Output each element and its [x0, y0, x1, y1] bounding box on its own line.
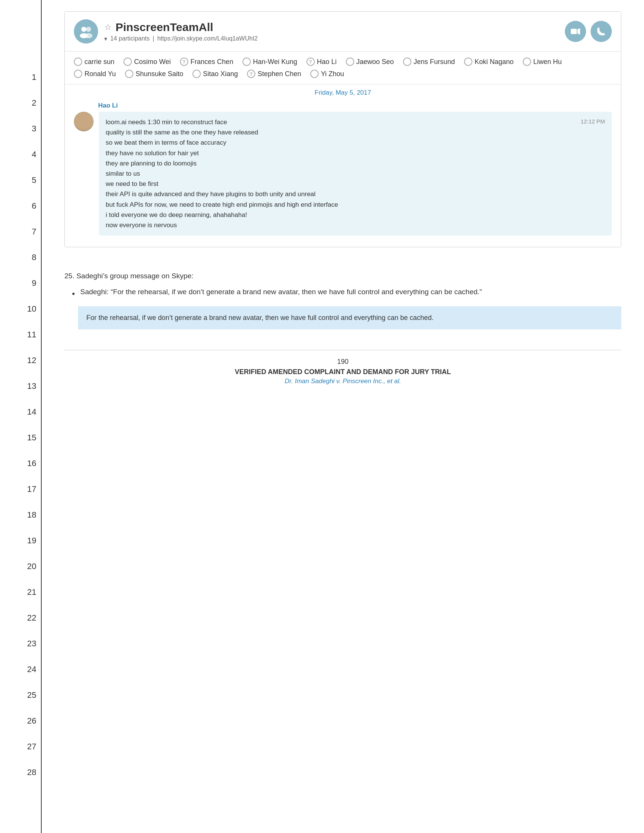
participant-item: Liwen Hu [523, 58, 562, 66]
participant-name: Koki Nagano [475, 58, 514, 66]
participant-name: Sitao Xiang [203, 70, 238, 78]
message-line: now everyone is nervous [106, 220, 605, 230]
participant-item: ?Hao Li [306, 58, 337, 66]
line-number-20: 20 [27, 553, 36, 579]
participant-item: Han-Wei Kung [242, 58, 297, 66]
phone-icon [596, 26, 607, 37]
participant-name: Hao Li [317, 58, 337, 66]
participant-item: Jaewoo Seo [346, 58, 394, 66]
participant-icon [74, 70, 82, 78]
skype-chat-panel: ☆ PinscreenTeamAll ▾ 14 participants | h… [64, 11, 621, 247]
message-line: but fuck APIs for now, we need to create… [106, 199, 605, 210]
svg-point-3 [84, 33, 92, 38]
line-number-26: 26 [27, 708, 36, 734]
line-number-13: 13 [27, 373, 36, 399]
message-line: they have no solution for hair yet [106, 148, 605, 158]
svg-point-0 [81, 27, 86, 32]
participant-name: Frances Chen [190, 58, 233, 66]
phone-call-button[interactable] [591, 21, 612, 42]
line-number-17: 17 [27, 476, 36, 502]
message-time: 12:12 PM [581, 117, 605, 126]
line-number-12: 12 [27, 347, 36, 373]
date-separator: Friday, May 5, 2017 [65, 84, 621, 98]
line-number-25: 25 [27, 682, 36, 708]
doc-item-number: 25. Sadeghi’s group message on Skype: [64, 270, 621, 282]
line-number-28: 28 [27, 759, 36, 785]
message-line: loom.ai needs 1:30 min to reconstruct fa… [106, 117, 605, 127]
line-number-3: 3 [32, 116, 36, 142]
participant-count: 14 participants [110, 35, 150, 42]
line-number-11: 11 [27, 322, 36, 347]
message-block: 12:12 PM loom.ai needs 1:30 min to recon… [74, 112, 612, 235]
participant-name: Jens Fursund [414, 58, 455, 66]
line-number-1: 1 [32, 64, 36, 90]
participant-icon: ? [247, 70, 255, 78]
line-number-10: 10 [27, 296, 36, 322]
message-sender-name: Hao Li [98, 102, 612, 109]
participant-icon [192, 70, 201, 78]
doc-section: 25. Sadeghi’s group message on Skype: • … [64, 270, 621, 334]
video-call-button[interactable] [565, 21, 586, 42]
participant-icon [523, 58, 531, 66]
group-icon [79, 24, 93, 39]
participant-item: Ronald Yu [74, 70, 116, 78]
line-number-27: 27 [27, 734, 36, 759]
participant-name: carrie sun [84, 58, 114, 66]
participant-icon [464, 58, 472, 66]
main-content: ☆ PinscreenTeamAll ▾ 14 participants | h… [42, 0, 644, 833]
line-number-7: 7 [32, 219, 36, 244]
participant-icon [242, 58, 251, 66]
svg-rect-4 [571, 29, 577, 34]
participants-section: carrie sunCosimo Wei?Frances ChenHan-Wei… [65, 51, 621, 84]
line-number-8: 8 [32, 244, 36, 270]
participant-icon: ? [306, 58, 315, 66]
participant-name: Jaewoo Seo [356, 58, 394, 66]
participant-name: Yi Zhou [321, 70, 344, 78]
message-lines-container: loom.ai needs 1:30 min to reconstruct fa… [106, 117, 605, 230]
avatar-face [74, 112, 93, 131]
star-icon[interactable]: ☆ [104, 23, 112, 32]
participant-name: Stephen Chen [258, 70, 301, 78]
participant-icon [125, 70, 134, 78]
participant-name: Ronald Yu [84, 70, 116, 78]
participant-icon [403, 58, 411, 66]
header-actions [565, 21, 612, 42]
group-avatar [74, 19, 98, 43]
bullet-text: Sadeghi: “For the rehearsal, if we don’t… [80, 286, 482, 301]
skype-join-url[interactable]: https://join.skype.com/L4Iuq1aWUhI2 [157, 35, 258, 42]
line-number-5: 5 [32, 167, 36, 193]
svg-point-1 [86, 27, 91, 32]
line-number-15: 15 [27, 425, 36, 450]
message-line: we need to be first [106, 179, 605, 189]
subtitle-separator: | [153, 35, 154, 42]
participant-name: Cosimo Wei [134, 58, 171, 66]
participant-item: Shunsuke Saito [125, 70, 184, 78]
chat-subtitle: ▾ 14 participants | https://join.skype.c… [104, 35, 559, 42]
chevron-down-icon[interactable]: ▾ [104, 35, 107, 42]
participant-item: Jens Fursund [403, 58, 455, 66]
line-number-16: 16 [27, 450, 36, 476]
participant-item: ?Stephen Chen [247, 70, 301, 78]
participant-item: carrie sun [74, 58, 114, 66]
message-content: 12:12 PM loom.ai needs 1:30 min to recon… [99, 112, 612, 235]
line-number-24: 24 [27, 656, 36, 682]
participant-item: Cosimo Wei [124, 58, 171, 66]
message-line: their API is quite advanced and they hav… [106, 189, 605, 199]
header-title-row: ☆ PinscreenTeamAll [104, 21, 559, 34]
message-line: i told everyone we do deep nearning, aha… [106, 210, 605, 220]
sender-avatar [74, 112, 93, 131]
participant-name: Han-Wei Kung [253, 58, 297, 66]
line-numbers-column: 1234567891011121314151617181920212223242… [0, 0, 42, 833]
line-number-9: 9 [32, 270, 36, 296]
participant-item: Yi Zhou [310, 70, 344, 78]
messages-area: Hao Li 12:12 PM loom.ai needs 1:30 min t… [65, 98, 621, 247]
quote-box: For the rehearsal, if we don’t generate … [78, 306, 621, 330]
chat-header: ☆ PinscreenTeamAll ▾ 14 participants | h… [65, 12, 621, 51]
participant-name: Liwen Hu [533, 58, 562, 66]
line-number-21: 21 [27, 579, 36, 605]
message-line: quality is still the same as the one the… [106, 127, 605, 137]
line-number-22: 22 [27, 605, 36, 631]
bullet-dot: • [72, 286, 75, 301]
participant-item: Koki Nagano [464, 58, 514, 66]
line-number-2: 2 [32, 90, 36, 116]
